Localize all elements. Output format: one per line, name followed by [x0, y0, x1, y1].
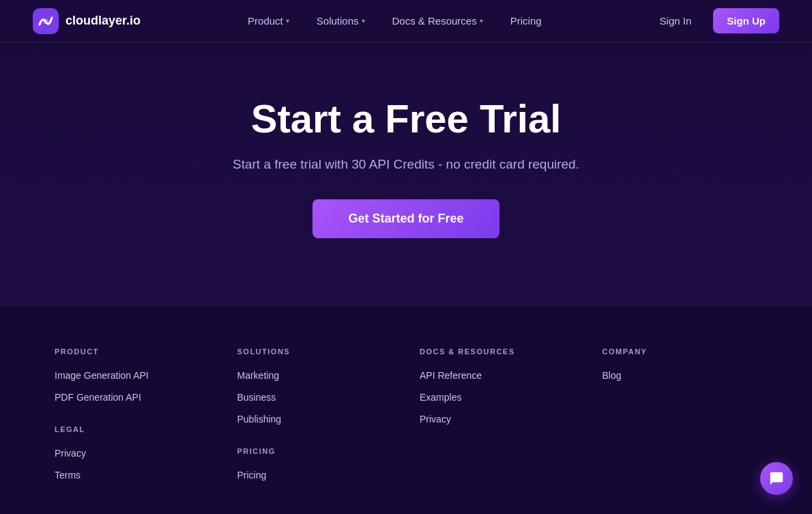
list-item: Marketing [237, 369, 393, 382]
list-item: Privacy [420, 413, 575, 425]
footer-link-blog[interactable]: Blog [603, 370, 622, 381]
footer-link-marketing[interactable]: Marketing [237, 370, 279, 381]
chevron-down-icon: ▾ [362, 17, 365, 25]
footer-company-heading: Company [603, 347, 758, 356]
footer-link-image-gen[interactable]: Image Generation API [55, 370, 149, 381]
list-item: Terms [55, 469, 210, 481]
hero-section: Start a Free Trial Start a free trial wi… [0, 42, 812, 306]
list-item: API Reference [420, 369, 575, 382]
hero-subtitle: Start a free trial with 30 API Credits -… [33, 157, 779, 172]
footer-legal-heading: Legal [55, 425, 210, 433]
footer-product-list: Image Generation API PDF Generation API … [55, 369, 210, 481]
nav-solutions[interactable]: Solutions ▾ [306, 10, 376, 32]
nav-pricing[interactable]: Pricing [499, 10, 553, 32]
footer-link-publishing[interactable]: Publishing [237, 414, 282, 425]
chat-icon [769, 471, 784, 486]
footer-docs-heading: Docs & Resources [420, 347, 575, 356]
footer-pricing-list: Pricing [237, 469, 393, 481]
footer-link-examples[interactable]: Examples [420, 392, 461, 403]
footer-company-list: Blog [603, 369, 758, 382]
svg-point-1 [43, 18, 48, 24]
footer-link-privacy[interactable]: Privacy [55, 448, 86, 459]
chevron-down-icon: ▾ [480, 17, 483, 25]
footer-legal-list: Privacy Terms [55, 447, 210, 481]
logo-link[interactable]: cloudlayer.io [33, 8, 141, 34]
list-item: Privacy [55, 447, 210, 459]
footer-product-heading: Product [55, 347, 210, 356]
nav-actions: Sign In Sign Up [649, 8, 779, 33]
logo-icon [33, 8, 59, 34]
footer-docs-list: API Reference Examples Privacy [420, 369, 575, 425]
footer-link-privacy-docs[interactable]: Privacy [420, 414, 451, 425]
list-item: Examples [420, 391, 575, 403]
list-item: Image Generation API [55, 369, 210, 382]
footer-pricing-heading: Pricing [237, 447, 393, 455]
footer-link-terms[interactable]: Terms [55, 470, 81, 481]
footer-solutions-heading: Solutions [237, 347, 393, 356]
footer-link-api-ref[interactable]: API Reference [420, 370, 482, 381]
list-item: Publishing [237, 413, 393, 425]
footer-solutions-list: Marketing Business Publishing [237, 369, 393, 425]
footer-col-solutions: Solutions Marketing Business Publishing … [237, 347, 393, 491]
list-item: Pricing [237, 469, 393, 481]
footer-col-docs: Docs & Resources API Reference Examples … [420, 347, 575, 491]
chat-bubble[interactable] [760, 462, 793, 495]
list-item: Legal Privacy Terms [55, 425, 210, 481]
nav-docs[interactable]: Docs & Resources ▾ [381, 10, 494, 32]
footer-main-grid: Product Image Generation API PDF Generat… [55, 347, 757, 491]
footer-link-pricing[interactable]: Pricing [237, 470, 267, 481]
footer-col-company: Company Blog [603, 347, 758, 491]
chevron-down-icon: ▾ [286, 17, 289, 25]
hero-title: Start a Free Trial [33, 97, 779, 141]
sign-up-button[interactable]: Sign Up [713, 8, 779, 33]
footer-pricing-section: Pricing Pricing [237, 447, 393, 481]
footer-link-pdf-gen[interactable]: PDF Generation API [55, 392, 141, 403]
footer-link-business[interactable]: Business [237, 392, 276, 403]
footer-col-product: Product Image Generation API PDF Generat… [55, 347, 210, 491]
list-item: Blog [603, 369, 758, 382]
navigation: cloudlayer.io Product ▾ Solutions ▾ Docs… [0, 0, 812, 42]
sign-in-button[interactable]: Sign In [649, 10, 703, 32]
list-item: PDF Generation API [55, 391, 210, 403]
cta-button[interactable]: Get Started for Free [313, 199, 499, 238]
nav-links: Product ▾ Solutions ▾ Docs & Resources ▾… [237, 10, 553, 32]
logo-text: cloudlayer.io [66, 14, 141, 28]
nav-product[interactable]: Product ▾ [237, 10, 300, 32]
list-item: Business [237, 391, 393, 403]
footer: Product Image Generation API PDF Generat… [0, 306, 812, 514]
